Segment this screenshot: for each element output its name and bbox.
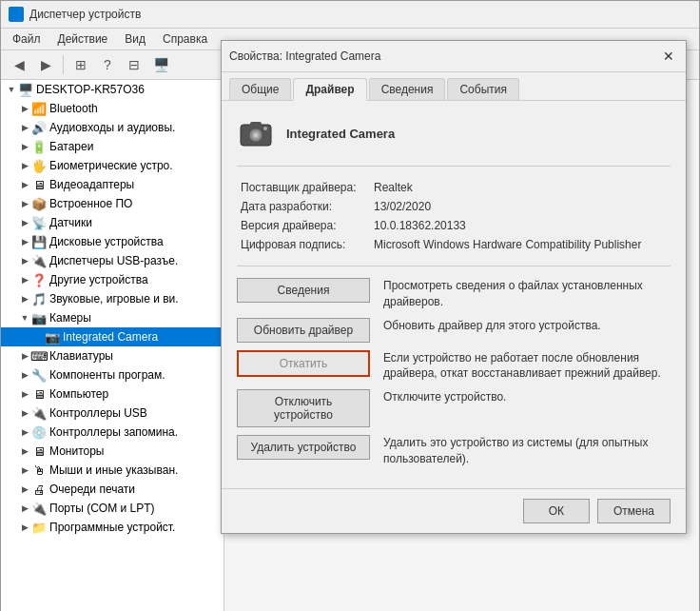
dialog-close-button[interactable]: ✕ (659, 47, 678, 66)
signature-row: Цифровая подпись: Microsoft Windows Hard… (237, 235, 671, 254)
bluetooth-expand[interactable]: ▶ (18, 102, 31, 115)
scan-button[interactable]: 🖥️ (148, 53, 173, 76)
tree-item-batteries[interactable]: ▶ 🔋 Батареи (1, 137, 224, 156)
tab-details[interactable]: Сведения (369, 78, 446, 100)
tree-item-mice[interactable]: ▶ 🖱 Мыши и иные указыван. (1, 461, 224, 480)
sw-dev-label: Программные устройст. (49, 521, 175, 534)
tree-item-usb-disp[interactable]: ▶ 🔌 Диспетчеры USB-разъе. (1, 251, 224, 270)
provider-label: Поставщик драйвера: (237, 178, 370, 197)
other-expand[interactable]: ▶ (18, 273, 31, 286)
sw-dev-expand[interactable]: ▶ (18, 521, 31, 534)
sw-comp-expand[interactable]: ▶ (18, 368, 31, 382)
sensors-label: Датчики (49, 216, 92, 229)
usb-disp-expand[interactable]: ▶ (18, 254, 31, 267)
tab-driver[interactable]: Драйвер (293, 78, 366, 101)
tree-item-sensors[interactable]: ▶ 📡 Датчики (1, 213, 224, 232)
tree-item-ports[interactable]: ▶ 🔌 Порты (COM и LPT) (1, 499, 224, 518)
dialog-footer: ОК Отмена (222, 488, 686, 533)
print-expand[interactable]: ▶ (18, 483, 31, 496)
sound-expand[interactable]: ▶ (18, 292, 31, 306)
uninstall-button[interactable]: Удалить устройство (237, 435, 370, 460)
mice-expand[interactable]: ▶ (18, 463, 31, 477)
dialog-content: Integrated Camera Поставщик драйвера: Re… (222, 101, 686, 488)
bluetooth-label: Bluetooth (49, 102, 98, 115)
properties-button[interactable]: ⊞ (68, 53, 93, 76)
monitors-icon: 🖥 (31, 443, 47, 459)
disk-icon: 💾 (31, 234, 47, 249)
sensors-expand[interactable]: ▶ (18, 216, 31, 229)
tree-item-integrated-camera[interactable]: 📷 Integrated Camera (1, 327, 224, 346)
audio-label: Аудиовходы и аудиовы. (49, 121, 175, 134)
batteries-expand[interactable]: ▶ (18, 140, 31, 153)
computer-label: Компьютер (49, 387, 108, 401)
remove-button[interactable]: ⊟ (122, 53, 146, 76)
tree-item-audio[interactable]: ▶ 🔊 Аудиовходы и аудиовы. (1, 118, 224, 137)
update-driver-button[interactable]: Обновить драйвер (237, 318, 370, 343)
menu-view[interactable]: Вид (117, 30, 153, 48)
dialog-tabs: Общие Драйвер Сведения События (222, 72, 686, 101)
title-bar: Диспетчер устройств (1, 1, 699, 29)
other-icon: ❓ (31, 272, 47, 287)
version-row: Версия драйвера: 10.0.18362.20133 (237, 216, 671, 235)
camera-item-icon: 📷 (45, 329, 60, 345)
forward-button[interactable]: ▶ (33, 53, 58, 76)
rollback-button[interactable]: Откатить (237, 350, 370, 377)
cameras-expand[interactable]: ▼ (18, 311, 31, 325)
tree-item-keyboards[interactable]: ▶ ⌨ Клавиатуры (1, 346, 224, 365)
tree-item-disk[interactable]: ▶ 💾 Дисковые устройства (1, 232, 224, 251)
tree-item-usb-ctrl[interactable]: ▶ 🔌 Контроллеры USB (1, 404, 224, 423)
ok-button[interactable]: ОК (523, 499, 590, 523)
tree-item-video[interactable]: ▶ 🖥 Видеоадаптеры (1, 175, 224, 194)
tree-item-print[interactable]: ▶ 🖨 Очереди печати (1, 480, 224, 499)
back-button[interactable]: ◀ (7, 53, 31, 76)
provider-row: Поставщик драйвера: Realtek (237, 178, 671, 197)
print-icon: 🖨 (31, 482, 47, 497)
sensors-icon: 📡 (31, 215, 47, 230)
audio-expand[interactable]: ▶ (18, 121, 31, 134)
date-label: Дата разработки: (237, 197, 370, 216)
ports-expand[interactable]: ▶ (18, 502, 31, 515)
tree-item-bluetooth[interactable]: ▶ 📶 Bluetooth (1, 99, 224, 118)
help-button[interactable]: ? (95, 53, 120, 76)
app-icon (9, 7, 24, 22)
audio-icon: 🔊 (31, 120, 47, 135)
tree-item-software-comp[interactable]: ▶ 🔧 Компоненты програм. (1, 365, 224, 384)
tree-item-storage[interactable]: ▶ 💿 Контроллеры запомина. (1, 423, 224, 442)
biometric-expand[interactable]: ▶ (18, 159, 31, 172)
tree-item-firmware[interactable]: ▶ 📦 Встроенное ПО (1, 194, 224, 213)
tree-item-cameras[interactable]: ▼ 📷 Камеры (1, 308, 224, 327)
tree-item-biometric[interactable]: ▶ 🖐 Биометрические устро. (1, 156, 224, 175)
cancel-button[interactable]: Отмена (597, 499, 671, 523)
root-expand-icon[interactable]: ▼ (5, 83, 18, 96)
storage-label: Контроллеры запомина. (49, 425, 178, 439)
device-tree[interactable]: ▼ 🖥️ DESKTOP-KR57O36 ▶ 📶 Bluetooth ▶ 🔊 А… (1, 80, 224, 611)
rollback-btn-row: Откатить Если устройство не работает пос… (237, 350, 671, 383)
disk-expand[interactable]: ▶ (18, 235, 31, 248)
details-button[interactable]: Сведения (237, 278, 370, 303)
tree-item-other[interactable]: ▶ ❓ Другие устройства (1, 270, 224, 289)
firmware-expand[interactable]: ▶ (18, 197, 31, 210)
mice-icon: 🖱 (31, 463, 47, 478)
video-expand[interactable]: ▶ (18, 178, 31, 191)
tree-item-sound[interactable]: ▶ 🎵 Звуковые, игровые и ви. (1, 289, 224, 308)
date-row: Дата разработки: 13/02/2020 (237, 197, 671, 216)
tab-general[interactable]: Общие (229, 78, 291, 100)
storage-expand[interactable]: ▶ (18, 425, 31, 439)
svg-point-5 (263, 127, 267, 130)
tree-item-sw-dev[interactable]: ▶ 📁 Программные устройст. (1, 518, 224, 537)
disable-button[interactable]: Отключить устройство (237, 389, 370, 427)
device-header: Integrated Camera (237, 114, 671, 152)
menu-file[interactable]: Файл (5, 30, 49, 48)
usb-ctrl-expand[interactable]: ▶ (18, 406, 31, 420)
tab-events[interactable]: События (447, 78, 519, 100)
camera-item-label: Integrated Camera (63, 330, 158, 344)
menu-help[interactable]: Справка (155, 30, 215, 48)
tree-root[interactable]: ▼ 🖥️ DESKTOP-KR57O36 (1, 80, 224, 99)
tree-item-monitors[interactable]: ▶ 🖥 Мониторы (1, 442, 224, 461)
version-label: Версия драйвера: (237, 216, 370, 235)
disk-label: Дисковые устройства (49, 235, 164, 248)
monitors-expand[interactable]: ▶ (18, 444, 31, 458)
menu-action[interactable]: Действие (50, 30, 116, 48)
computer-expand[interactable]: ▶ (18, 387, 31, 401)
tree-item-computer[interactable]: ▶ 🖥 Компьютер (1, 384, 224, 404)
